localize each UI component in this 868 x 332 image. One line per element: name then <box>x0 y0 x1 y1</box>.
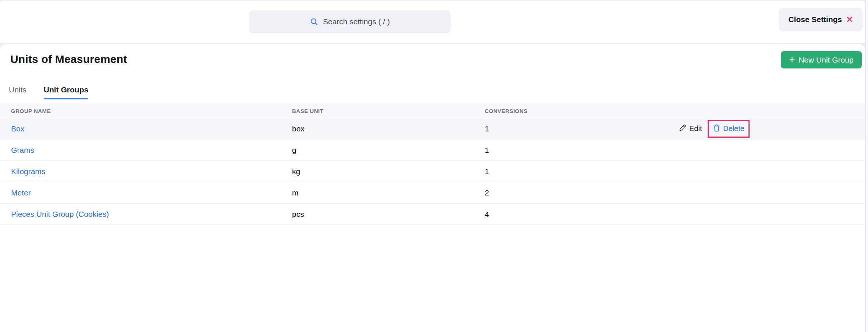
close-icon: ✕ <box>846 15 853 24</box>
group-name-cell: Grams <box>0 146 292 155</box>
group-name-cell: Meter <box>0 188 292 197</box>
tab-units[interactable]: Units <box>9 85 26 99</box>
column-header-group-name: GROUP NAME <box>0 108 292 114</box>
base-unit-cell: kg <box>292 167 485 176</box>
group-name-cell: Box <box>0 124 292 133</box>
search-icon <box>310 17 319 26</box>
page-title: Units of Measurement <box>10 53 127 66</box>
table-row[interactable]: Box box 1 Edit <box>0 118 865 139</box>
search-input[interactable]: Search settings ( / ) <box>249 10 451 33</box>
tab-bar: Units Unit Groups <box>9 85 88 99</box>
table-header-row: GROUP NAME BASE UNIT CONVERSIONS <box>0 104 865 118</box>
table-row[interactable]: Meter m 2 <box>0 182 865 204</box>
annotation-highlight-box: Delete <box>708 120 750 138</box>
conversions-cell: 1 <box>485 146 865 155</box>
group-name-cell: Pieces Unit Group (Cookies) <box>0 210 292 219</box>
delete-button[interactable]: Delete <box>713 124 744 134</box>
plus-icon: + <box>789 54 795 64</box>
table-row[interactable]: Grams g 1 <box>0 139 865 161</box>
conversions-cell: 2 <box>485 188 865 197</box>
row-actions: Edit Delete <box>679 120 750 138</box>
group-name-cell: Kilograms <box>0 167 292 176</box>
group-name-link[interactable]: Grams <box>11 146 34 154</box>
new-unit-group-button[interactable]: + New Unit Group <box>781 51 862 68</box>
settings-content-panel: Units of Measurement + New Unit Group Un… <box>0 44 865 332</box>
base-unit-cell: box <box>292 124 485 133</box>
pencil-icon <box>679 124 686 134</box>
search-placeholder: Search settings ( / ) <box>323 17 390 26</box>
edit-button[interactable]: Edit <box>679 124 702 134</box>
column-header-conversions: CONVERSIONS <box>485 108 865 114</box>
table-row[interactable]: Pieces Unit Group (Cookies) pcs 4 <box>0 204 865 225</box>
table-body: Box box 1 Edit <box>0 118 865 225</box>
base-unit-cell: pcs <box>292 210 485 219</box>
conversions-cell: 4 <box>485 210 865 219</box>
base-unit-cell: m <box>292 188 485 197</box>
group-name-link[interactable]: Kilograms <box>11 167 45 176</box>
vertical-scrollbar[interactable] <box>865 0 868 332</box>
edit-label: Edit <box>689 124 702 133</box>
delete-label: Delete <box>723 124 744 133</box>
conversions-cell: 1 <box>485 124 865 133</box>
conversions-cell: 1 <box>485 167 865 176</box>
tab-unit-groups[interactable]: Unit Groups <box>44 85 88 99</box>
group-name-link[interactable]: Pieces Unit Group (Cookies) <box>11 210 109 218</box>
table-row[interactable]: Kilograms kg 1 <box>0 161 865 182</box>
group-name-link[interactable]: Box <box>11 124 24 133</box>
top-bar: Search settings ( / ) Close Settings ✕ <box>0 1 865 43</box>
new-unit-group-label: New Unit Group <box>798 56 853 64</box>
close-settings-label: Close Settings <box>788 15 842 24</box>
close-settings-button[interactable]: Close Settings ✕ <box>779 8 862 31</box>
column-header-base-unit: BASE UNIT <box>292 108 485 114</box>
trash-icon <box>713 124 720 134</box>
base-unit-cell: g <box>292 146 485 155</box>
group-name-link[interactable]: Meter <box>11 188 31 197</box>
